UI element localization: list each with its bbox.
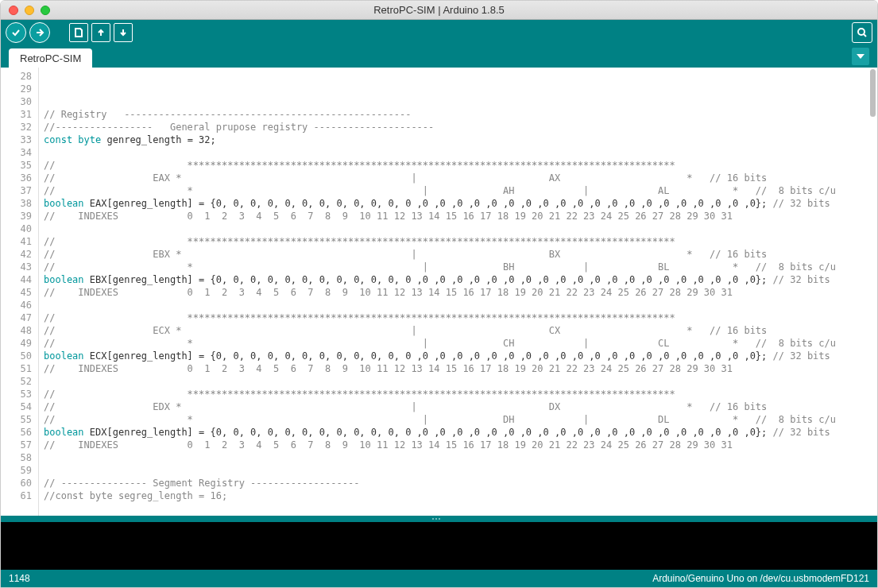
line-number: 45	[1, 286, 38, 299]
line-number: 32	[1, 121, 38, 133]
save-sketch-button[interactable]	[114, 23, 133, 42]
code-line[interactable]	[44, 464, 872, 477]
line-number: 56	[1, 426, 38, 439]
code-line[interactable]	[44, 95, 872, 108]
arrow-right-icon	[34, 27, 45, 38]
vertical-scrollbar[interactable]	[870, 69, 876, 117]
line-number: 50	[1, 350, 38, 362]
verify-button[interactable]	[6, 22, 26, 43]
line-number: 49	[1, 337, 38, 350]
code-line[interactable]: // INDEXES 0 1 2 3 4 5 6 7 8 9 10 11 12 …	[44, 362, 872, 375]
line-number: 36	[1, 172, 38, 184]
code-line[interactable]: // *************************************…	[44, 311, 872, 324]
line-number: 47	[1, 311, 38, 324]
line-number: 57	[1, 439, 38, 451]
status-line-number: 1148	[9, 573, 30, 584]
line-number: 38	[1, 197, 38, 210]
code-line[interactable]: // * | AH | AL * // 8 bits c/u	[44, 184, 872, 197]
maximize-window-button[interactable]	[41, 6, 50, 15]
arrow-up-icon	[95, 27, 106, 38]
line-number: 61	[1, 489, 38, 502]
code-line[interactable]: const byte genreg_length = 32;	[44, 133, 872, 146]
code-line[interactable]: boolean EBX[genreg_length] = {0, 0, 0, 0…	[44, 273, 872, 286]
line-number: 52	[1, 375, 38, 388]
window-title: RetroPC-SIM | Arduino 1.8.5	[1, 4, 877, 16]
line-number: 42	[1, 248, 38, 261]
line-number: 51	[1, 362, 38, 375]
line-number: 43	[1, 261, 38, 273]
line-number: 53	[1, 388, 38, 400]
line-number-gutter: 2829303132333435363738394041424344454647…	[1, 68, 39, 516]
code-line[interactable]: // INDEXES 0 1 2 3 4 5 6 7 8 9 10 11 12 …	[44, 210, 872, 222]
line-number: 29	[1, 83, 38, 95]
line-number: 33	[1, 133, 38, 146]
window-controls	[9, 6, 50, 15]
code-line[interactable]	[44, 222, 872, 235]
line-number: 59	[1, 464, 38, 477]
line-number: 54	[1, 400, 38, 413]
code-line[interactable]: // *************************************…	[44, 388, 872, 400]
output-console	[1, 522, 877, 570]
code-line[interactable]: // EAX * | AX * // 16 bits	[44, 172, 872, 184]
code-line[interactable]: // Registry ----------------------------…	[44, 108, 872, 121]
line-number: 39	[1, 210, 38, 222]
new-sketch-button[interactable]	[69, 23, 88, 42]
code-line[interactable]: // *************************************…	[44, 235, 872, 248]
code-area[interactable]: // Registry ----------------------------…	[39, 68, 877, 516]
tab-bar: RetroPC-SIM	[1, 45, 877, 68]
code-line[interactable]	[44, 146, 872, 159]
line-number: 35	[1, 159, 38, 172]
code-line[interactable]: // INDEXES 0 1 2 3 4 5 6 7 8 9 10 11 12 …	[44, 439, 872, 451]
line-number: 48	[1, 324, 38, 337]
toolbar	[1, 20, 877, 45]
serial-monitor-button[interactable]	[852, 22, 872, 43]
code-line[interactable]: // * | CH | CL * // 8 bits c/u	[44, 337, 872, 350]
file-icon	[73, 27, 84, 38]
open-sketch-button[interactable]	[91, 23, 110, 42]
code-line[interactable]: //----------------- General prupose regi…	[44, 121, 872, 133]
line-number: 46	[1, 299, 38, 311]
code-line[interactable]: // * | DH | DL * // 8 bits c/u	[44, 413, 872, 426]
tab-menu-button[interactable]	[852, 48, 869, 65]
chevron-down-icon	[857, 54, 864, 59]
tab-sketch[interactable]: RetroPC-SIM	[9, 48, 92, 68]
code-line[interactable]	[44, 375, 872, 388]
editor[interactable]: 2829303132333435363738394041424344454647…	[1, 68, 877, 516]
line-number: 37	[1, 184, 38, 197]
svg-point-0	[858, 29, 864, 35]
status-bar: 1148 Arduino/Genuino Uno on /dev/cu.usbm…	[1, 570, 877, 587]
check-icon	[10, 27, 21, 38]
line-number: 28	[1, 70, 38, 83]
line-number: 30	[1, 95, 38, 108]
code-line[interactable]	[44, 299, 872, 311]
line-number: 41	[1, 235, 38, 248]
code-line[interactable]	[44, 83, 872, 95]
close-window-button[interactable]	[9, 6, 18, 15]
pane-divider[interactable]	[1, 516, 877, 522]
code-line[interactable]: boolean EAX[genreg_length] = {0, 0, 0, 0…	[44, 197, 872, 210]
code-line[interactable]: // EBX * | BX * // 16 bits	[44, 248, 872, 261]
title-bar: RetroPC-SIM | Arduino 1.8.5	[1, 1, 877, 20]
code-line[interactable]: // INDEXES 0 1 2 3 4 5 6 7 8 9 10 11 12 …	[44, 286, 872, 299]
code-line[interactable]: // EDX * | DX * // 16 bits	[44, 400, 872, 413]
minimize-window-button[interactable]	[25, 6, 34, 15]
line-number: 34	[1, 146, 38, 159]
code-line[interactable]: boolean ECX[genreg_length] = {0, 0, 0, 0…	[44, 350, 872, 362]
line-number: 44	[1, 273, 38, 286]
code-line[interactable]: //const byte segreg_length = 16;	[44, 489, 872, 502]
line-number: 55	[1, 413, 38, 426]
code-line[interactable]	[44, 70, 872, 83]
status-board-port: Arduino/Genuino Uno on /dev/cu.usbmodemF…	[652, 573, 869, 584]
code-line[interactable]	[44, 451, 872, 464]
code-line[interactable]: // ECX * | CX * // 16 bits	[44, 324, 872, 337]
magnifier-icon	[856, 26, 868, 39]
line-number: 40	[1, 222, 38, 235]
code-line[interactable]: boolean EDX[genreg_length] = {0, 0, 0, 0…	[44, 426, 872, 439]
line-number: 31	[1, 108, 38, 121]
upload-button[interactable]	[29, 22, 50, 43]
code-line[interactable]: // * | BH | BL * // 8 bits c/u	[44, 261, 872, 273]
code-line[interactable]: // *************************************…	[44, 159, 872, 172]
code-line[interactable]: // --------------- Segment Registry ----…	[44, 477, 872, 489]
line-number: 60	[1, 477, 38, 489]
arrow-down-icon	[118, 27, 129, 38]
